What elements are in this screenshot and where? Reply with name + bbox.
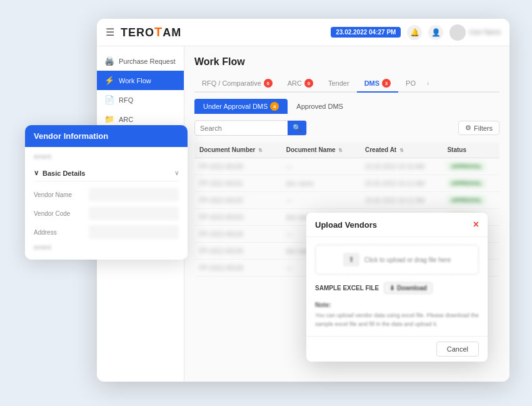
sort-icon-doc-name: ⇅	[338, 148, 343, 153]
arc-icon: 📁	[104, 114, 114, 124]
note-area: Note: You can upload vendor data using e…	[315, 300, 479, 328]
sort-icon-doc-number: ⇅	[258, 148, 263, 153]
cell-status: APPROVAL	[442, 175, 499, 192]
sub-tab-under-approval[interactable]: Under Approval DMS 4	[194, 99, 288, 114]
top-bar: ☰ TEROTAM 23.02.2022 04:27 PM 🔔 👤 User N…	[97, 19, 509, 46]
sample-excel-label: SAMPLE EXCEL FILE	[315, 285, 379, 292]
cancel-button[interactable]: Cancel	[436, 342, 479, 357]
cell-doc-name: doc name	[281, 175, 360, 192]
vendor-code-row: Vendor Code	[34, 206, 179, 220]
note-text: You can upload vendor data using excel f…	[315, 312, 479, 328]
vendor-code-value[interactable]	[89, 206, 179, 220]
cell-doc-number: PP-2022-00103	[194, 209, 281, 226]
vendor-panel: Vendor Information ement ∨ Basic Details…	[25, 125, 188, 260]
logo-text: TEROTAM	[121, 25, 181, 39]
tab-dms[interactable]: DMS 3	[357, 75, 398, 93]
tabs-row: RFQ / Comparative 0 ARC 0 Tender DMS 3 P…	[194, 75, 499, 93]
sort-icon-created-at: ⇅	[399, 148, 404, 153]
user-icon[interactable]: 👤	[428, 25, 443, 40]
cell-doc-number: PP-2022-00105	[194, 243, 281, 260]
vendor-panel-title: Vendor Information	[34, 131, 108, 141]
close-icon[interactable]: ×	[473, 219, 479, 230]
top-bar-right: 23.02.2022 04:27 PM 🔔 👤 User Name	[331, 24, 501, 41]
search-button[interactable]: 🔍	[288, 121, 306, 135]
download-icon: ⬇	[389, 285, 394, 292]
col-created-at: Created At ⇅	[360, 142, 442, 158]
page-title: Work Flow	[194, 56, 499, 68]
cell-doc-number: PP-2022-00106	[194, 260, 281, 277]
cell-doc-name: —	[281, 158, 360, 175]
tab-tender[interactable]: Tender	[321, 76, 357, 91]
logo-area: TEROTAM	[121, 25, 181, 39]
sub-tabs-row: Under Approval DMS 4 Approved DMS	[194, 99, 499, 114]
vendor-panel-body: ement ∨ Basic Details ∨ Vendor Name Vend…	[25, 147, 188, 260]
cell-created-at: 23.02.2022 10:11 AM	[360, 175, 442, 192]
download-button[interactable]: ⬇ Download	[384, 282, 433, 294]
excel-row: SAMPLE EXCEL FILE ⬇ Download	[315, 282, 479, 294]
vendor-name-label: Vendor Name	[34, 191, 84, 198]
datetime-badge: 23.02.2022 04:27 PM	[331, 27, 401, 38]
username: User Name	[469, 29, 501, 36]
rfq-icon: 📄	[104, 95, 114, 104]
vendor-name-value[interactable]	[89, 188, 179, 201]
address-row: Address	[34, 225, 179, 239]
section-title: Basic Details	[43, 170, 85, 177]
tab-rfq[interactable]: RFQ / Comparative 0	[194, 75, 280, 91]
sidebar-label-work-flow: Work Flow	[119, 77, 151, 84]
sidebar-item-purchase-request[interactable]: 🖨️ Purchase Request	[97, 51, 184, 71]
sidebar-label-purchase-request: Purchase Request	[119, 58, 176, 65]
sub-tab-approved[interactable]: Approved DMS	[288, 99, 352, 114]
cell-doc-name: —	[281, 192, 360, 209]
cell-status: APPROVAL	[442, 158, 499, 175]
upload-icon: ⬆	[343, 253, 359, 266]
search-input[interactable]	[195, 122, 288, 134]
vendor-panel-subtitle: ement	[34, 153, 179, 160]
table-row[interactable]: PP-2022-00101 doc name 23.02.2022 10:11 …	[194, 175, 499, 192]
dialog-header: Upload Vendors ×	[306, 213, 488, 237]
work-flow-icon: ⚡	[104, 76, 114, 85]
sidebar-item-rfq[interactable]: 📄 RFQ	[97, 90, 184, 109]
table-row[interactable]: PP-2022-00100 — 23.02.2022 10:10 AM APPR…	[194, 158, 499, 175]
user-info: User Name	[449, 24, 501, 41]
hamburger-icon[interactable]: ☰	[106, 26, 114, 38]
cell-doc-number: PP-2022-00100	[194, 158, 281, 175]
cell-doc-number: PP-2022-00102	[194, 192, 281, 209]
section-title-row[interactable]: ∨ Basic Details ∨	[34, 165, 179, 181]
col-doc-number: Document Number ⇅	[194, 142, 281, 158]
vendor-panel-header: Vendor Information	[25, 125, 188, 147]
arc-badge: 0	[304, 79, 313, 88]
avatar	[449, 24, 466, 41]
under-approval-badge: 4	[270, 102, 279, 111]
cell-doc-number: PP-2022-00104	[194, 226, 281, 243]
section-toggle-icon: ∨	[174, 170, 179, 176]
purchase-request-icon: 🖨️	[104, 56, 114, 66]
dialog-body: ⬆ Click to upload or drag file here SAMP…	[306, 237, 488, 336]
upload-drop-area[interactable]: ⬆ Click to upload or drag file here	[315, 245, 479, 275]
download-label: Download	[397, 285, 427, 292]
dialog-title: Upload Vendors	[315, 220, 377, 230]
cell-doc-number: PP-2022-00101	[194, 175, 281, 192]
sidebar-item-work-flow[interactable]: ⚡ Work Flow	[97, 71, 184, 90]
cell-created-at: 23.02.2022 10:12 AM	[360, 192, 442, 209]
cell-status: APPROVAL	[442, 192, 499, 209]
drop-area-text: Click to upload or drag file here	[364, 256, 451, 263]
vendor-panel-footer-text: ement	[34, 244, 179, 251]
tab-next-arrow[interactable]: ›	[423, 76, 433, 91]
filter-button[interactable]: ⚙ Filters	[458, 121, 499, 135]
dms-badge: 3	[382, 79, 391, 88]
search-box: 🔍	[194, 120, 307, 136]
table-row[interactable]: PP-2022-00102 — 23.02.2022 10:12 AM APPR…	[194, 192, 499, 209]
address-label: Address	[34, 229, 84, 236]
note-label: Note:	[315, 300, 479, 310]
tab-po[interactable]: PO	[398, 76, 423, 91]
vendor-code-label: Vendor Code	[34, 210, 84, 217]
bell-icon[interactable]: 🔔	[407, 25, 422, 40]
address-value[interactable]	[89, 225, 179, 239]
col-status: Status	[442, 142, 499, 158]
sidebar-label-arc: ARC	[119, 116, 133, 123]
upload-dialog: Upload Vendors × ⬆ Click to upload or dr…	[306, 213, 488, 362]
col-doc-name: Document Name ⇅	[281, 142, 360, 158]
vendor-name-row: Vendor Name	[34, 188, 179, 201]
tab-arc[interactable]: ARC 0	[280, 75, 321, 91]
filter-icon: ⚙	[465, 124, 471, 132]
